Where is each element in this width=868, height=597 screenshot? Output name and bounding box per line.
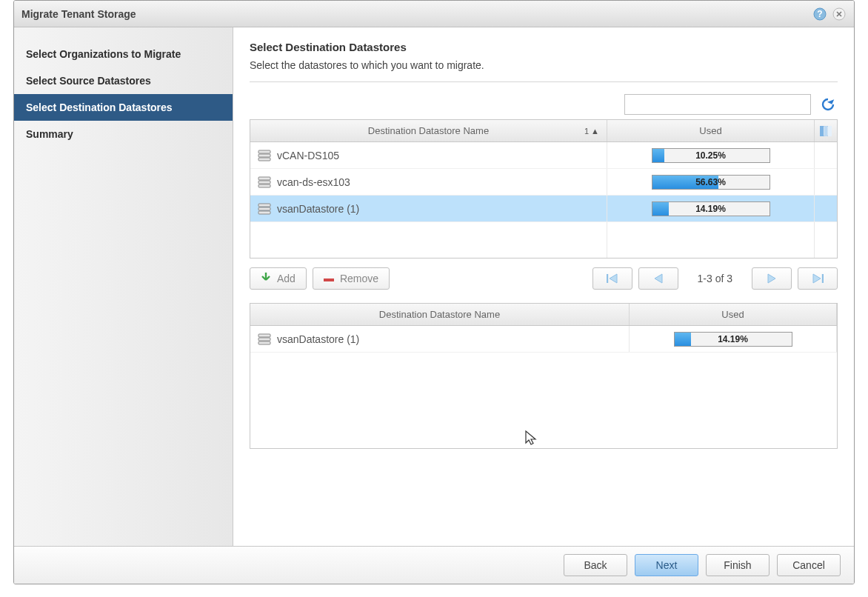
svg-rect-7 [258,150,270,153]
add-button[interactable]: Add [250,267,307,290]
wizard-sidebar: Select Organizations to Migrate Select S… [14,27,233,546]
svg-rect-13 [258,204,270,207]
arrow-down-add-icon [261,271,271,286]
sidebar-item-summary[interactable]: Summary [14,121,233,147]
sort-indicator-icon: 1 ▲ [584,127,599,136]
svg-rect-14 [258,207,270,210]
dialog-title: Migrate Tenant Storage [21,8,808,20]
used-progress: 14.19% [674,332,792,347]
used-percent: 56.63% [695,177,726,187]
datastore-icon [258,203,271,215]
svg-rect-12 [258,184,270,187]
svg-rect-19 [258,334,270,337]
column-header-name[interactable]: Destination Datastore Name [250,304,630,325]
sidebar-item-label: Select Organizations to Migrate [26,48,181,60]
svg-rect-21 [258,341,270,344]
remove-button-label: Remove [340,273,378,284]
svg-rect-8 [258,154,270,157]
column-header-used[interactable]: Used [630,304,837,325]
close-icon[interactable] [832,7,847,21]
column-picker-icon[interactable] [815,120,837,141]
svg-rect-10 [258,177,270,180]
svg-rect-17 [607,274,608,283]
sidebar-item-label: Select Destination Datastores [26,101,173,113]
cancel-button[interactable]: Cancel [777,554,841,576]
page-indicator: 1-3 of 3 [684,273,746,284]
sidebar-item-select-source-datastores[interactable]: Select Source Datastores [14,67,233,94]
used-progress: 14.19% [652,201,770,216]
sidebar-item-label: Select Source Datastores [26,75,151,87]
first-page-button[interactable] [592,267,632,290]
column-header-used[interactable]: Used [607,120,815,141]
migrate-tenant-storage-dialog: Migrate Tenant Storage ? Select Organiza… [13,0,855,584]
used-percent: 14.19% [695,204,726,214]
refresh-icon[interactable] [818,95,838,114]
datastore-name: vcan-ds-esx103 [277,176,350,188]
filter-input[interactable] [624,94,811,115]
used-progress: 56.63% [652,175,770,190]
svg-rect-5 [824,126,828,136]
prev-page-button[interactable] [638,267,678,290]
help-icon[interactable]: ? [812,7,827,21]
next-page-button[interactable] [752,267,792,290]
sidebar-item-select-organizations[interactable]: Select Organizations to Migrate [14,41,233,67]
add-button-label: Add [277,273,296,284]
datastore-icon [258,333,271,345]
next-button[interactable]: Next [635,554,698,576]
svg-text:?: ? [817,9,822,19]
table-row[interactable]: vcan-ds-esx10356.63% [250,169,837,196]
used-progress: 10.25% [652,148,770,163]
remove-button[interactable]: Remove [313,267,390,290]
page-subtitle: Select the datastores to which you want … [250,59,838,82]
grid-header: Destination Datastore Name Used [250,304,837,326]
finish-button[interactable]: Finish [706,554,769,576]
grid-toolbar: Add Remove 1-3 of 3 [250,267,838,290]
datastore-name: vCAN-DS105 [277,150,339,161]
datastore-icon [258,176,271,188]
column-header-name[interactable]: Destination Datastore Name 1 ▲ [250,120,607,141]
svg-rect-6 [828,126,832,136]
dialog-footer: Back Next Finish Cancel [14,546,854,584]
svg-rect-15 [258,211,270,214]
sidebar-item-label: Summary [26,128,73,140]
datastore-name: vsanDatastore (1) [277,333,359,345]
selected-datastores-grid: Destination Datastore Name Used vsanData… [250,303,838,449]
sidebar-item-select-destination-datastores[interactable]: Select Destination Datastores [14,94,233,121]
svg-rect-18 [822,274,824,283]
svg-rect-4 [820,126,824,136]
table-row[interactable]: vsanDatastore (1)14.19% [250,196,837,222]
titlebar: Migrate Tenant Storage ? [14,1,854,27]
last-page-button[interactable] [798,267,838,290]
svg-rect-9 [258,158,270,161]
back-button[interactable]: Back [564,554,627,576]
datastore-icon [258,150,271,161]
grid-header: Destination Datastore Name 1 ▲ Used [250,120,837,142]
page-title: Select Destination Datastores [250,41,838,53]
table-row[interactable]: vCAN-DS10510.25% [250,142,837,169]
svg-rect-16 [324,279,334,281]
svg-rect-11 [258,181,270,184]
available-datastores-grid: Destination Datastore Name 1 ▲ Used vCAN… [250,119,838,259]
datastore-name: vsanDatastore (1) [277,203,359,215]
used-percent: 14.19% [718,334,748,344]
used-percent: 10.25% [695,150,726,161]
svg-rect-20 [258,338,270,341]
minus-icon [324,273,334,284]
cursor-icon [524,430,539,448]
table-row[interactable]: vsanDatastore (1)14.19% [250,326,837,353]
